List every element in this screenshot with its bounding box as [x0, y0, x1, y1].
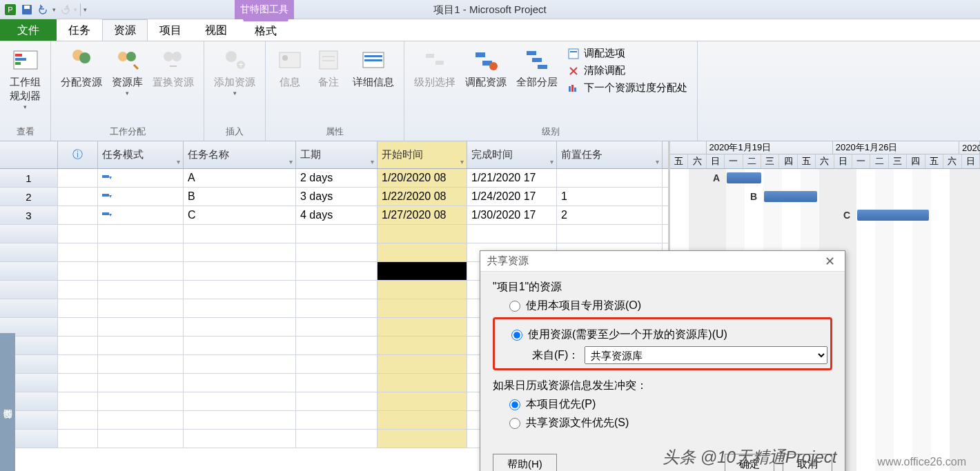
tab-resource[interactable]: 资源	[102, 19, 148, 41]
table-row[interactable]: 3 C 4 days 1/27/2020 08 1/30/2020 17 2	[0, 206, 668, 225]
watermark-url: www.office26.com	[877, 456, 966, 468]
gantt-bar[interactable]	[764, 191, 817, 202]
svg-rect-37	[574, 88, 576, 92]
svg-point-12	[164, 52, 173, 61]
save-icon[interactable]	[19, 2, 35, 17]
svg-rect-26	[435, 61, 444, 65]
header-name[interactable]: 任务名称▾	[184, 141, 296, 168]
tab-task[interactable]: 任务	[57, 19, 102, 41]
tab-project[interactable]: 项目	[148, 19, 193, 41]
redo-icon[interactable]	[57, 2, 72, 17]
svg-rect-34	[570, 51, 577, 52]
level-selection-icon	[420, 46, 449, 74]
header-duration[interactable]: 工期▾	[296, 141, 378, 168]
radio-use-resources[interactable]: 使用资源(需要至少一个开放的资源库)(U)	[511, 328, 827, 342]
svg-rect-25	[426, 54, 434, 58]
ribbon-group-insert: +添加资源 插入	[204, 41, 266, 141]
svg-rect-36	[571, 85, 574, 92]
table-row[interactable]: 1 A 2 days 1/20/2020 08 1/21/2020 17	[0, 169, 668, 188]
ribbon-group-assignment: 分配资源 资源库 置换资源 工作分配	[51, 41, 204, 141]
svg-point-29	[489, 62, 498, 70]
table-row[interactable]	[0, 225, 668, 243]
info-button: 信息	[271, 44, 308, 90]
team-planner-icon	[11, 46, 40, 74]
team-planner-button[interactable]: 工作组 规划器	[6, 44, 45, 112]
tab-file[interactable]: 文件	[0, 19, 57, 41]
level-selection-button: 级别选择	[410, 44, 460, 90]
level-resource-button[interactable]: 调配资源	[461, 44, 511, 90]
header-info[interactable]: ⓘ	[58, 141, 98, 168]
header-blank[interactable]	[0, 141, 58, 168]
dialog-section-resources: "项目1"的资源 使用本项目专用资源(O) 使用资源(需要至少一个开放的资源库)…	[493, 280, 832, 370]
svg-rect-23	[364, 55, 382, 57]
watermark: 头条 @10天精通Project	[663, 446, 836, 468]
undo-icon[interactable]	[36, 2, 51, 17]
level-all-button[interactable]: 全部分层	[512, 44, 562, 90]
svg-point-13	[172, 52, 182, 61]
svg-point-18	[282, 55, 288, 61]
ribbon-tabs: 文件 任务 资源 项目 视图 格式	[0, 19, 980, 41]
svg-rect-39	[102, 194, 109, 197]
details-button[interactable]: 详细信息	[349, 44, 398, 90]
svg-rect-38	[102, 175, 109, 178]
gantt-bar[interactable]	[857, 210, 929, 221]
gantt-bar-label: B	[750, 191, 757, 202]
level-all-icon	[522, 46, 551, 74]
share-resources-dialog: 共享资源 ✕ "项目1"的资源 使用本项目专用资源(O) 使用资源(需要至少一个…	[480, 250, 845, 471]
svg-text:P: P	[8, 6, 12, 14]
replace-resource-button: 置换资源	[148, 44, 198, 90]
svg-rect-35	[569, 86, 571, 92]
svg-rect-5	[15, 54, 22, 57]
app-icon[interactable]: P	[3, 2, 18, 17]
context-tab-gantt-tools: 甘特图工具	[235, 0, 294, 19]
level-options-button[interactable]: 调配选项	[563, 46, 692, 61]
header-pred[interactable]: 前置任务▾	[557, 141, 663, 168]
svg-rect-17	[280, 52, 300, 68]
level-resource-icon	[471, 46, 500, 74]
svg-rect-7	[15, 62, 21, 65]
dialog-titlebar: 共享资源 ✕	[480, 251, 845, 272]
tab-format[interactable]: 格式	[243, 19, 288, 41]
details-icon	[359, 46, 388, 74]
header-start[interactable]: 开始时间▾	[378, 141, 467, 168]
info-icon	[275, 46, 304, 74]
gantt-header: 2020年1月19日 2020年1月26日 2020 五六日一二三四五六日一二三…	[670, 141, 980, 169]
ribbon-group-level: 级别选择 调配资源 全部分层 调配选项 清除调配 下一个资源过度分配处 级别	[404, 41, 698, 141]
assign-resource-button[interactable]: 分配资源	[57, 44, 106, 90]
radio-own-resources[interactable]: 使用本项目专用资源(O)	[509, 299, 832, 313]
dialog-section-conflict: 如果日历或资源信息发生冲突： 本项目优先(P) 共享资源文件优先(S)	[493, 379, 832, 430]
grid-header: ⓘ 任务模式▾ 任务名称▾ 工期▾ 开始时间▾ 完成时间▾ 前置任务▾	[0, 141, 668, 169]
view-label-gantt[interactable]: 甘特图	[0, 333, 15, 471]
svg-point-9	[79, 52, 90, 63]
svg-point-14	[226, 51, 237, 62]
clear-level-button[interactable]: 清除调配	[563, 63, 692, 79]
header-finish[interactable]: 完成时间▾	[467, 141, 557, 168]
clear-icon	[567, 65, 580, 77]
svg-rect-30	[527, 51, 536, 55]
ribbon-group-view: 工作组 规划器 查看	[0, 41, 51, 141]
gantt-bar[interactable]	[727, 172, 761, 183]
ribbon: 工作组 规划器 查看 分配资源 资源库 置换资源 工作分配 +添加资源 插入 信…	[0, 41, 980, 141]
ribbon-group-properties: 信息 备注 详细信息 属性	[266, 41, 404, 141]
from-label: 来自(F)：	[532, 348, 579, 363]
radio-shared-priority[interactable]: 共享资源文件优先(S)	[509, 416, 832, 430]
next-overallocation-button[interactable]: 下一个资源过度分配处	[563, 80, 692, 96]
from-select[interactable]: 共享资源库	[585, 346, 827, 364]
table-row[interactable]: 2 B 3 days 1/22/2020 08 1/24/2020 17 1	[0, 188, 668, 206]
close-icon[interactable]: ✕	[821, 253, 838, 270]
help-button[interactable]: 帮助(H)	[493, 454, 557, 471]
resource-pool-button[interactable]: 资源库	[108, 44, 147, 99]
gantt-date-3: 2020	[959, 141, 980, 154]
svg-rect-24	[364, 59, 382, 61]
svg-rect-3	[24, 6, 30, 9]
svg-rect-33	[569, 49, 578, 59]
radio-project-priority[interactable]: 本项目优先(P)	[509, 397, 832, 412]
gantt-date-2: 2020年1月26日	[833, 141, 959, 154]
add-resource-icon: +	[220, 46, 249, 74]
assign-resource-icon	[67, 46, 96, 74]
tab-view[interactable]: 视图	[193, 19, 239, 41]
header-mode[interactable]: 任务模式▾	[98, 141, 184, 168]
notes-button: 备注	[310, 44, 347, 90]
replace-resource-icon	[159, 46, 188, 74]
options-icon	[567, 48, 580, 60]
